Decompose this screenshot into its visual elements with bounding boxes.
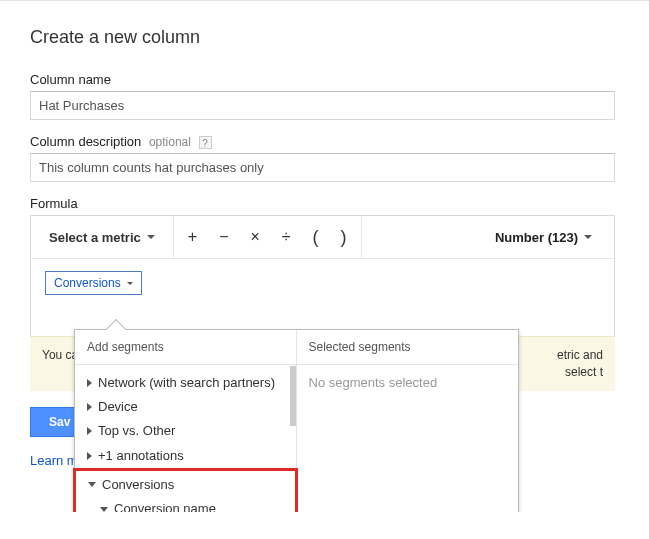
- tree-item-conversions[interactable]: Conversions: [76, 473, 295, 497]
- formula-label: Formula: [30, 196, 619, 211]
- column-desc-field: Column description optional ?: [30, 134, 619, 182]
- selected-segments-col: Selected segments No segments selected: [297, 330, 519, 512]
- add-segments-header: Add segments: [75, 330, 296, 365]
- column-name-field: Column name: [30, 72, 619, 120]
- tree-item-label: Conversion name: [114, 500, 285, 512]
- formula-toolbar: Select a metric + − × ÷ ( ) Number (123): [31, 216, 614, 259]
- op-plus[interactable]: +: [188, 229, 197, 245]
- tree-item-device[interactable]: Device: [75, 395, 296, 419]
- tree-item-conversion-name[interactable]: Conversion name: [76, 497, 295, 512]
- tree-item-label: Top vs. Other: [98, 422, 286, 440]
- hint-right: etric and select t: [557, 347, 603, 381]
- chevron-down-icon: [100, 507, 108, 512]
- segments-popover: Add segments Network (with search partne…: [74, 329, 519, 512]
- op-rparen[interactable]: ): [341, 228, 347, 246]
- tree-item-label: Device: [98, 398, 286, 416]
- chevron-down-icon: [584, 235, 592, 239]
- chevron-right-icon: [87, 403, 92, 411]
- chevron-right-icon: [87, 452, 92, 460]
- annotation-highlight: Conversions Conversion name Contact Us »…: [73, 468, 298, 512]
- column-name-input[interactable]: [30, 91, 615, 120]
- operator-group: + − × ÷ ( ): [174, 216, 361, 258]
- add-segments-col: Add segments Network (with search partne…: [75, 330, 297, 512]
- chevron-down-icon: [88, 482, 96, 487]
- op-lparen[interactable]: (: [313, 228, 319, 246]
- column-desc-input[interactable]: [30, 153, 615, 182]
- op-minus[interactable]: −: [219, 229, 228, 245]
- tree-item-plus1[interactable]: +1 annotations: [75, 444, 296, 468]
- selected-empty-text: No segments selected: [297, 365, 519, 400]
- column-name-label: Column name: [30, 72, 619, 87]
- tree-item-label: Network (with search partners): [98, 374, 286, 392]
- page-title: Create a new column: [30, 27, 619, 48]
- select-metric-dropdown[interactable]: Select a metric: [31, 216, 173, 258]
- chevron-down-icon: [147, 235, 155, 239]
- scrollbar-thumb[interactable]: [290, 366, 296, 426]
- format-dropdown[interactable]: Number (123): [473, 216, 614, 258]
- chevron-down-icon: [127, 282, 133, 285]
- segment-tree: Network (with search partners) Device To…: [75, 365, 296, 512]
- select-metric-label: Select a metric: [49, 230, 141, 245]
- metric-chip-conversions[interactable]: Conversions: [45, 271, 142, 295]
- metric-chip-label: Conversions: [54, 276, 121, 290]
- format-label: Number (123): [495, 230, 578, 245]
- tree-item-label: +1 annotations: [98, 447, 286, 465]
- hint-left: You ca: [42, 348, 78, 362]
- help-icon[interactable]: ?: [199, 136, 212, 149]
- column-desc-label: Column description optional ?: [30, 134, 619, 149]
- op-div[interactable]: ÷: [282, 229, 291, 245]
- chevron-right-icon: [87, 427, 92, 435]
- column-desc-label-text: Column description: [30, 134, 141, 149]
- op-mult[interactable]: ×: [250, 229, 259, 245]
- selected-segments-header: Selected segments: [297, 330, 519, 365]
- tree-item-label: Conversions: [102, 476, 285, 494]
- tree-item-top-other[interactable]: Top vs. Other: [75, 419, 296, 443]
- optional-text: optional: [149, 135, 191, 149]
- chevron-right-icon: [87, 379, 92, 387]
- tree-item-network[interactable]: Network (with search partners): [75, 371, 296, 395]
